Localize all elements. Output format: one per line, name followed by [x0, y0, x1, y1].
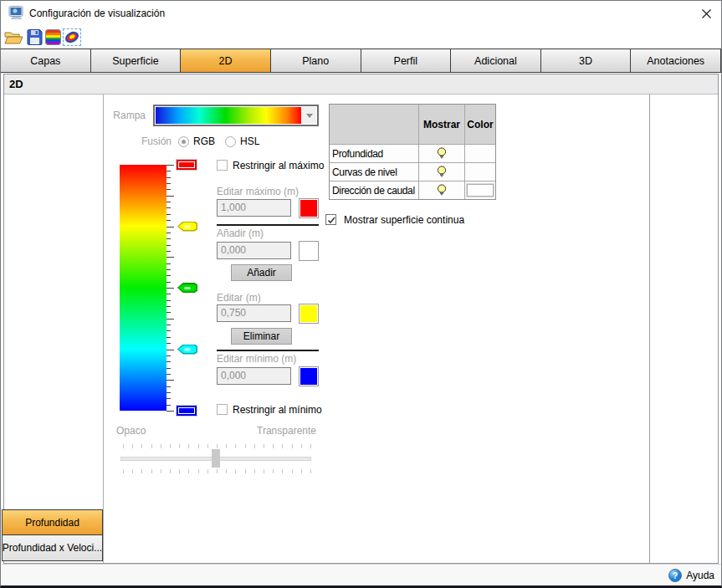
tab-3d[interactable]: 3D	[541, 49, 632, 72]
radio-hsl[interactable]	[225, 136, 236, 147]
edit-input[interactable]: 0,750	[217, 304, 291, 322]
ramp-end-handle[interactable]	[177, 406, 197, 416]
section-header: 2D	[4, 74, 718, 95]
slider-tick	[310, 469, 311, 473]
opacity-left-label: Opaco	[116, 426, 146, 437]
slider-tick	[273, 444, 274, 448]
add-input[interactable]: 0,000	[217, 242, 291, 259]
bottom-tab-0[interactable]: Profundidad	[2, 509, 103, 535]
slider-tick	[264, 444, 264, 448]
ruler-tick	[166, 263, 171, 264]
edit-max-input[interactable]: 1,000	[217, 199, 291, 217]
content-panel-divider	[649, 95, 650, 563]
slider-tick	[161, 469, 161, 473]
window-title: Configuración de visualización	[29, 8, 165, 19]
bulb-icon	[437, 147, 447, 161]
edit-color-swatch[interactable]	[299, 304, 319, 324]
ruler-tick	[166, 350, 174, 350]
restrict-max-checkbox[interactable]	[217, 160, 228, 171]
edit-max-color-swatch[interactable]	[299, 198, 319, 218]
ruler-tick	[166, 294, 171, 294]
slider-tick	[282, 469, 283, 473]
ruler-tick	[166, 368, 171, 369]
table-color-cell[interactable]	[465, 163, 495, 181]
edit-min-color-swatch[interactable]	[299, 366, 319, 386]
surface-checkbox[interactable]	[325, 214, 336, 225]
table-row-label: Curvas de nivel	[330, 163, 418, 181]
contour-colors-icon[interactable]	[63, 28, 81, 46]
ramp-label: Rampa	[101, 110, 146, 121]
ruler-tick	[166, 325, 171, 325]
ruler-tick	[166, 411, 174, 412]
ruler-tick	[166, 392, 171, 393]
bottom-tab-1[interactable]: Profundidad x Veloci...	[2, 535, 103, 561]
ruler-tick	[166, 319, 174, 320]
tab-strip: CapasSuperficie2DPlanoPerfilAdicional3DA…	[1, 49, 721, 73]
ramp-end-handle[interactable]	[177, 160, 197, 170]
ruler-tick	[166, 355, 171, 356]
ramp-stop-handle[interactable]	[177, 283, 197, 293]
delete-button[interactable]: Eliminar	[231, 328, 292, 345]
table-color-cell[interactable]	[465, 145, 495, 162]
slider-tick	[207, 469, 208, 473]
slider-tick	[217, 444, 218, 448]
open-file-icon[interactable]	[4, 29, 23, 45]
table-show-cell[interactable]	[419, 145, 464, 162]
slider-ticks	[123, 469, 310, 473]
tab-capas[interactable]: Capas	[1, 49, 91, 72]
separator	[217, 224, 319, 226]
edit-min-label: Editar mínimo (m)	[217, 354, 296, 365]
color-ramp-icon[interactable]	[45, 29, 61, 45]
separator	[217, 350, 319, 351]
slider-tick	[245, 444, 246, 448]
table-header-empty	[330, 105, 418, 144]
ruler-tick	[166, 189, 171, 190]
table-color-cell[interactable]	[465, 182, 495, 199]
color-value-box[interactable]	[467, 184, 494, 197]
save-icon[interactable]	[27, 29, 43, 45]
slider-tick	[264, 469, 264, 473]
close-icon[interactable]	[700, 8, 713, 20]
add-button[interactable]: Añadir	[231, 264, 292, 281]
table-header-Color: Color	[465, 105, 495, 144]
tab-superficie[interactable]: Superficie	[91, 49, 182, 72]
dropdown-arrow-icon	[302, 107, 316, 124]
toolbar	[1, 25, 721, 49]
ramp-dropdown[interactable]	[153, 105, 319, 126]
edit-min-input[interactable]: 0,000	[217, 367, 291, 385]
tab-adicional[interactable]: Adicional	[451, 49, 541, 72]
slider-tick	[188, 444, 189, 448]
title-bar: Configuración de visualización	[1, 1, 721, 25]
ruler-tick	[166, 288, 174, 289]
ruler-tick	[166, 312, 171, 313]
restrict-min-checkbox[interactable]	[217, 404, 228, 415]
bulb-icon	[437, 166, 447, 179]
table-row-label: Dirección de caudal	[330, 182, 418, 199]
ruler-tick	[166, 214, 171, 215]
add-label: Añadir (m)	[217, 228, 264, 239]
tab-plano[interactable]: Plano	[271, 49, 361, 72]
edit-max-label: Editar máximo (m)	[217, 187, 299, 197]
slider-tick	[217, 469, 218, 473]
dialog-window: Configuración de visualización	[0, 0, 722, 588]
svg-text:?: ?	[673, 571, 678, 580]
slider-tick	[301, 469, 302, 473]
ruler-tick	[166, 171, 171, 171]
radio-rgb[interactable]	[178, 136, 189, 147]
ruler-tick	[166, 257, 174, 258]
ruler-tick	[166, 306, 171, 307]
tab-anotaciones[interactable]: Anotaciones	[631, 49, 721, 72]
help-button[interactable]: ? Ayuda	[668, 569, 714, 582]
ramp-stop-handle[interactable]	[177, 345, 197, 355]
ramp-stop-handle[interactable]	[177, 222, 197, 232]
opacity-right-label: Transparente	[202, 426, 316, 437]
opacity-slider-thumb[interactable]	[212, 449, 220, 468]
ruler-tick	[166, 251, 171, 252]
table-show-cell[interactable]	[419, 163, 464, 181]
tab-perfil[interactable]: Perfil	[361, 49, 452, 72]
ruler-tick	[166, 196, 174, 197]
add-color-swatch[interactable]	[299, 241, 319, 261]
table-show-cell[interactable]	[419, 182, 464, 199]
handle-highlight	[184, 287, 191, 290]
tab-2d[interactable]: 2D	[181, 49, 271, 72]
